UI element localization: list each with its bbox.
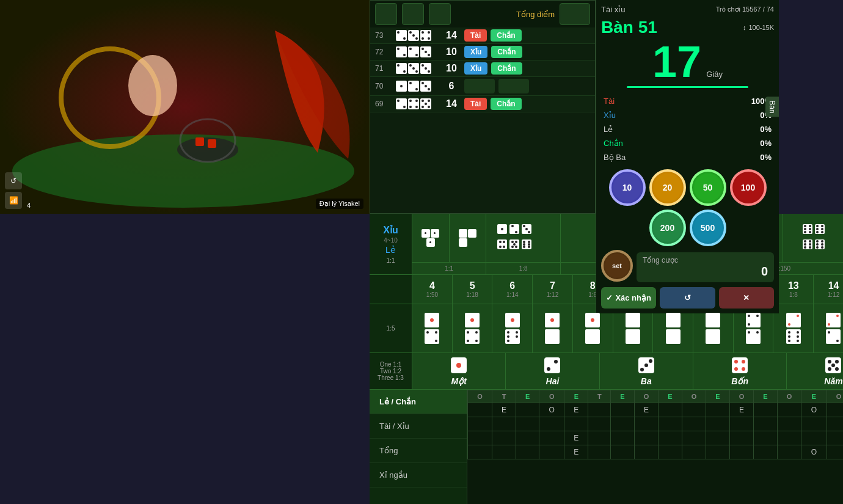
svg-point-130	[640, 368, 644, 371]
ban-number: Bàn 51	[601, 18, 657, 37]
svg-point-25	[513, 243, 516, 246]
die-mot-icon	[450, 357, 467, 374]
ban-tab[interactable]: Bàn	[765, 97, 779, 117]
chip-50[interactable]: 50	[690, 169, 726, 206]
die-ba-icon	[638, 357, 655, 374]
xiu-button[interactable]: Xỉu	[464, 46, 487, 58]
dice-combo-7[interactable]	[783, 214, 843, 262]
svg-point-105	[821, 225, 823, 227]
die-nam-icon	[825, 357, 842, 374]
single-die-cell-2[interactable]	[453, 304, 493, 352]
le-value: 0%	[760, 125, 772, 134]
chan-button[interactable]: Chắn	[491, 62, 522, 75]
video-controls[interactable]: ↺ 📶	[5, 172, 22, 209]
stats-grid: Tài 100% Xỉu 0% Lẻ 0% Chắn 0%	[601, 95, 774, 163]
num-14[interactable]: 141:12	[814, 275, 843, 304]
die-1	[396, 46, 407, 57]
dice-combo-svg	[496, 221, 551, 255]
label-nam[interactable]: Năm	[787, 353, 843, 389]
nav-le-chan[interactable]: Lẻ / Chắn	[370, 390, 467, 414]
countdown-number: 17	[652, 40, 701, 84]
xiu-button[interactable]: Xỉu	[464, 62, 487, 75]
svg-point-121	[821, 243, 823, 246]
die-3	[420, 81, 431, 92]
num-5[interactable]: 51:18	[453, 275, 493, 304]
svg-point-20	[499, 246, 502, 248]
col-o6: O	[777, 390, 801, 403]
svg-point-14	[523, 225, 525, 227]
svg-point-16	[528, 231, 530, 233]
stat-le: Lẻ 0%	[601, 123, 774, 135]
score-row: E O E	[468, 445, 844, 459]
col-e2: E	[564, 390, 588, 403]
svg-point-135	[742, 360, 745, 363]
num-7[interactable]: 71:12	[533, 275, 573, 304]
chan-button[interactable]: Chắn	[491, 29, 521, 42]
col-o7: O	[827, 390, 843, 403]
action-btns: ✓ Xác nhận ↺ ✕	[601, 287, 774, 309]
col-o4: O	[682, 390, 706, 403]
tai-button[interactable]: Tài	[464, 29, 487, 42]
dice-display	[396, 81, 439, 92]
num-13[interactable]: 131:8	[773, 275, 814, 304]
label-ba[interactable]: Ba	[600, 353, 693, 389]
svg-point-12	[515, 231, 517, 233]
dice-combo-3[interactable]	[486, 214, 560, 262]
dice-combo-2[interactable]	[450, 214, 487, 262]
svg-point-9	[501, 228, 503, 230]
svg-point-142	[828, 367, 831, 371]
label-mot[interactable]: Một	[412, 353, 506, 389]
svg-point-140	[835, 360, 839, 363]
svg-point-21	[503, 246, 505, 248]
dice-combo-1[interactable]	[412, 214, 450, 262]
le-label-left: Lẻ	[385, 245, 396, 255]
cancel-button[interactable]: ✕	[719, 287, 774, 309]
xiu-odds: 1:1	[387, 257, 395, 264]
svg-point-143	[835, 367, 839, 371]
confirm-button[interactable]: ✓ Xác nhận	[601, 287, 656, 309]
xiu-area[interactable]: Xỉu 4~10 Lẻ 1:1	[370, 214, 412, 274]
xiu-label: Xỉu	[604, 111, 616, 120]
nav-xi-ngau[interactable]: Xỉ ngầu	[370, 463, 467, 488]
single-die-cell-1[interactable]	[412, 304, 453, 352]
hai-label: Hai	[546, 376, 560, 386]
chip-20[interactable]: 20	[649, 169, 686, 206]
num-4[interactable]: 41:50	[412, 275, 453, 304]
dice-box-3	[429, 3, 451, 25]
refresh-button[interactable]: ↺	[660, 287, 715, 309]
num-6[interactable]: 61:14	[492, 275, 533, 304]
svg-point-112	[809, 240, 811, 243]
nav-tong[interactable]: Tổng	[370, 439, 467, 463]
label-bon[interactable]: Bốn	[693, 353, 787, 389]
tai-button[interactable]: Tài	[464, 98, 487, 110]
single-die-cell-11[interactable]	[814, 304, 843, 352]
single-die-cell-3[interactable]	[492, 304, 533, 352]
score: 10	[442, 63, 461, 74]
video-placeholder	[0, 0, 370, 214]
svg-rect-17	[497, 239, 507, 249]
chip-200[interactable]: 200	[649, 210, 686, 246]
chip-set[interactable]: set	[601, 250, 633, 282]
svg-point-101	[804, 231, 806, 233]
label-hai[interactable]: Hai	[506, 353, 599, 389]
single-die-cell-10[interactable]	[773, 304, 814, 352]
svg-point-26	[511, 246, 514, 248]
svg-point-104	[816, 225, 819, 227]
svg-point-119	[821, 240, 823, 243]
chip-500[interactable]: 500	[690, 210, 726, 246]
mot-label: Một	[451, 376, 467, 386]
chip-100[interactable]: 100	[730, 169, 767, 206]
chan-button[interactable]: Chắn	[491, 46, 522, 58]
single-die-cell-4[interactable]	[533, 304, 573, 352]
history-row: 71 10 Xỉu Chắn	[370, 60, 595, 77]
bo-ba-value: 0%	[760, 153, 772, 162]
refresh-button[interactable]: ↺	[5, 172, 22, 189]
chan-button[interactable]: Chắn	[491, 98, 521, 110]
chip-10[interactable]: 10	[609, 169, 646, 206]
die-1	[396, 98, 407, 109]
nav-tai-xiu[interactable]: Tài / Xỉu	[370, 414, 467, 439]
bo-ba-label: Bộ Ba	[604, 153, 626, 162]
total-score-label: Tổng điểm	[516, 10, 555, 19]
svg-point-3	[128, 55, 177, 116]
die-2	[408, 30, 419, 41]
